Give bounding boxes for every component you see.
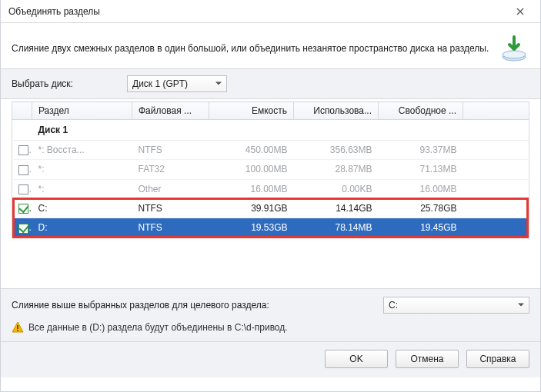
cell-free: 16.00MB (379, 179, 463, 198)
table-row[interactable]: D:NTFS19.53GB78.14MB19.45GB (12, 218, 529, 238)
ok-button[interactable]: OK (325, 350, 388, 368)
cell-filesystem: NTFS (132, 198, 209, 218)
cell-filesystem: FAT32 (132, 160, 209, 179)
table-row: *:Other16.00MB0.00KB16.00MB (12, 179, 529, 198)
cell-capacity: 16.00MB (209, 179, 294, 198)
cell-tail (463, 141, 529, 160)
table-row: *:FAT32100.00MB28.87MB71.13MB (12, 160, 529, 179)
cell-capacity: 39.91GB (209, 198, 294, 218)
cell-tail (463, 160, 529, 179)
col-capacity[interactable]: Емкость (209, 102, 294, 120)
row-checkbox (18, 145, 28, 155)
row-checkbox[interactable] (18, 204, 28, 214)
cell-capacity: 19.53GB (209, 218, 294, 238)
button-bar: OK Отмена Справка (1, 341, 540, 377)
table-row[interactable]: C:NTFS39.91GB14.14GB25.78GB (12, 198, 529, 218)
row-checkbox-cell[interactable] (12, 218, 32, 238)
disk-group-row: Диск 1 (12, 120, 529, 141)
cell-filesystem: NTFS (132, 218, 209, 238)
cell-partition: D: (32, 218, 132, 238)
description-strip: Слияние двух смежных разделов в один бол… (1, 23, 540, 69)
row-checkbox-cell[interactable] (12, 198, 32, 218)
row-checkbox-cell (12, 160, 32, 179)
close-icon (516, 8, 524, 15)
svg-rect-3 (17, 330, 18, 331)
col-tail[interactable] (463, 102, 529, 120)
cell-used: 78.14MB (294, 218, 379, 238)
disk-group-label: Диск 1 (32, 120, 529, 141)
target-select-value: C: (389, 300, 398, 311)
warning-text: Все данные в (D:) раздела будут объедине… (28, 322, 288, 333)
cell-used: 14.14GB (294, 198, 379, 218)
col-free[interactable]: Свободное ... (379, 102, 463, 120)
cell-free: 71.13MB (379, 160, 463, 179)
row-checkbox-cell (12, 141, 32, 160)
table-row: *: Восста...NTFS450.00MB356.63MB93.37MB (12, 141, 529, 160)
warning-icon (12, 321, 24, 334)
row-checkbox[interactable] (18, 224, 28, 234)
disk-select-row: Выбрать диск: Диск 1 (GPT) (1, 69, 540, 99)
disk-select[interactable]: Диск 1 (GPT) (127, 75, 227, 92)
cell-filesystem: NTFS (132, 141, 209, 160)
cell-used: 28.87MB (294, 160, 379, 179)
partition-table: Раздел Файловая ... Емкость Использова..… (12, 101, 529, 238)
table-empty-space (1, 241, 540, 288)
svg-point-1 (503, 51, 526, 58)
cell-tail (463, 198, 529, 218)
window-title: Объединять разделы (8, 6, 505, 17)
cell-tail (463, 179, 529, 198)
row-checkbox-cell (12, 179, 32, 198)
cell-capacity: 100.00MB (209, 160, 294, 179)
cell-used: 356.63MB (294, 141, 379, 160)
target-select[interactable]: C: (383, 297, 529, 314)
warning-row: Все данные в (D:) раздела будут объедине… (12, 320, 529, 337)
cancel-button[interactable]: Отмена (396, 350, 459, 368)
cell-filesystem: Other (132, 179, 209, 198)
cell-tail (463, 218, 529, 238)
disk-select-value: Диск 1 (GPT) (132, 78, 188, 89)
col-filesystem[interactable]: Файловая ... (132, 102, 209, 120)
cell-partition: *: (32, 160, 132, 179)
title-bar: Объединять разделы (1, 0, 540, 23)
help-button[interactable]: Справка (466, 350, 529, 368)
cell-used: 0.00KB (294, 179, 379, 198)
cell-partition: *: Восста... (32, 141, 132, 160)
lower-panel: Слияние выше выбранных разделов для целе… (1, 288, 540, 341)
row-checkbox (18, 165, 28, 175)
col-used[interactable]: Использова... (294, 102, 379, 120)
col-partition[interactable]: Раздел (32, 102, 132, 120)
description-text: Слияние двух смежных разделов в один бол… (12, 42, 499, 55)
table-header-row: Раздел Файловая ... Емкость Использова..… (12, 102, 529, 120)
cell-partition: C: (32, 198, 132, 218)
merge-partitions-icon (499, 34, 529, 65)
target-label: Слияние выше выбранных разделов для целе… (12, 300, 376, 311)
svg-rect-2 (17, 325, 18, 329)
cell-free: 25.78GB (379, 198, 463, 218)
cell-free: 19.45GB (379, 218, 463, 238)
target-row: Слияние выше выбранных разделов для целе… (12, 297, 529, 314)
cell-partition: *: (32, 179, 132, 198)
col-check[interactable] (12, 102, 32, 120)
cell-capacity: 450.00MB (209, 141, 294, 160)
row-checkbox (18, 184, 28, 194)
partition-table-container: Раздел Файловая ... Емкость Использова..… (1, 99, 540, 241)
disk-select-label: Выбрать диск: (12, 78, 127, 89)
cell-free: 93.37MB (379, 141, 463, 160)
close-button[interactable] (505, 1, 536, 22)
